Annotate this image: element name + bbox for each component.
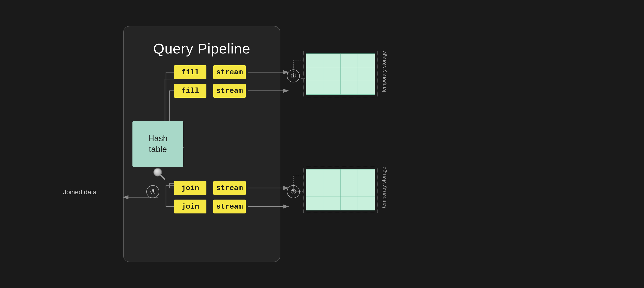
temp-storage-label-2: temporary storage (381, 167, 387, 208)
fill-block-2: fill (174, 84, 206, 98)
storage-grid-2 (306, 169, 375, 210)
join-block-2: join (174, 200, 206, 213)
temp-storage-label-1: temporary storage (381, 51, 387, 92)
pipeline-title: Query Pipeline (124, 40, 280, 57)
hash-table-label: Hashtable (148, 133, 168, 155)
magnifier-icon (152, 167, 166, 181)
stream-block-1: stream (213, 65, 246, 79)
stream-block-4: stream (213, 200, 246, 213)
joined-data-label: Joined data (63, 188, 96, 196)
circle-number-3: ③ (146, 185, 159, 198)
temp-storage-1 (304, 51, 378, 97)
svg-line-7 (161, 175, 164, 179)
join-block-1: join (174, 181, 206, 195)
circle-number-2: ② (287, 185, 300, 198)
circle-number-1: ① (287, 69, 300, 82)
hash-table-box: Hashtable (132, 121, 183, 167)
svg-point-6 (155, 169, 161, 175)
stream-block-2: stream (213, 84, 246, 98)
diagram-scene: Query Pipeline (44, 17, 600, 271)
fill-block-1: fill (174, 65, 206, 79)
temp-storage-2 (304, 167, 378, 213)
stream-block-3: stream (213, 181, 246, 195)
storage-grid-1 (306, 54, 375, 95)
